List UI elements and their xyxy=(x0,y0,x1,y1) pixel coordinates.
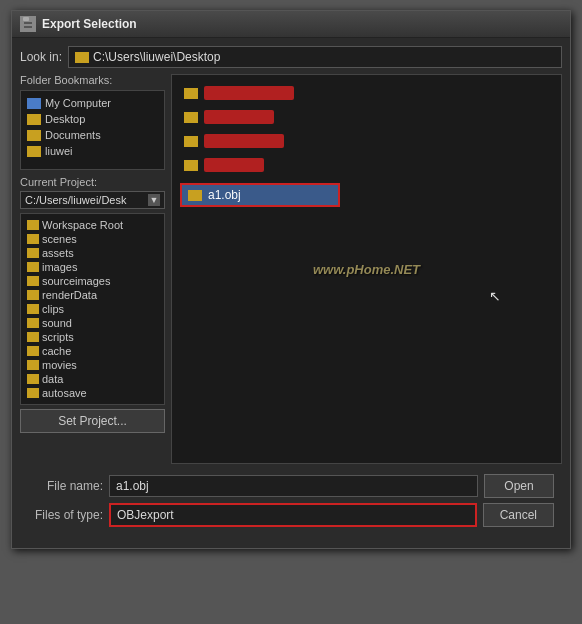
folder-icon xyxy=(27,234,39,244)
folder-icon xyxy=(27,290,39,300)
folder-icon xyxy=(27,346,39,356)
redacted-filename xyxy=(204,110,274,124)
file-area: a1.obj xyxy=(172,75,561,215)
current-project-value: C:/Users/liuwei/Desk xyxy=(25,194,148,206)
look-in-label: Look in: xyxy=(20,50,62,64)
folder-icon xyxy=(27,146,41,157)
bookmark-liuwei[interactable]: liuwei xyxy=(25,143,160,159)
file-item-4[interactable] xyxy=(180,155,553,175)
bottom-area: File name: Open Files of type: Cancel xyxy=(20,470,562,540)
tree-item-clips[interactable]: clips xyxy=(25,302,160,316)
mouse-cursor: ↖ xyxy=(489,288,501,304)
watermark: www.pHome.NET xyxy=(313,262,420,277)
bookmark-my-computer[interactable]: My Computer xyxy=(25,95,160,111)
bookmark-label: Documents xyxy=(45,129,101,141)
file-item-2[interactable] xyxy=(180,107,553,127)
tree-item-label: Workspace Root xyxy=(42,219,123,231)
file-name-input[interactable] xyxy=(109,475,478,497)
redacted-filename xyxy=(204,86,294,100)
left-panel: Folder Bookmarks: My Computer Desktop Do… xyxy=(20,74,165,464)
selected-file-item[interactable]: a1.obj xyxy=(180,183,340,207)
file-name-row: File name: Open xyxy=(28,474,554,498)
folder-icon xyxy=(184,160,198,171)
project-tree: Workspace Root scenes assets images xyxy=(20,213,165,405)
bookmark-documents[interactable]: Documents xyxy=(25,127,160,143)
bookmarks-label: Folder Bookmarks: xyxy=(20,74,165,86)
file-item-1[interactable] xyxy=(180,83,553,103)
folder-icon xyxy=(27,332,39,342)
file-type-input[interactable] xyxy=(109,503,477,527)
title-bar: Export Selection xyxy=(12,11,570,38)
look-in-row: Look in: C:\Users\liuwei\Desktop xyxy=(20,46,562,68)
tree-item-label: sourceimages xyxy=(42,275,110,287)
computer-icon xyxy=(27,98,41,109)
tree-item-sound[interactable]: sound xyxy=(25,316,160,330)
folder-icon xyxy=(184,112,198,123)
main-area: Folder Bookmarks: My Computer Desktop Do… xyxy=(20,74,562,464)
tree-item-label: scenes xyxy=(42,233,77,245)
tree-item-label: autosave xyxy=(42,387,87,399)
folder-icon xyxy=(27,220,39,230)
folder-icon xyxy=(27,388,39,398)
open-button[interactable]: Open xyxy=(484,474,554,498)
tree-item-scripts[interactable]: scripts xyxy=(25,330,160,344)
folder-icon xyxy=(27,114,41,125)
file-icon xyxy=(188,190,202,201)
svg-rect-2 xyxy=(24,22,32,24)
folder-icon xyxy=(27,304,39,314)
tree-item-label: images xyxy=(42,261,77,273)
redacted-filename xyxy=(204,158,264,172)
file-browser-panel: a1.obj www.pHome.NET ↖ xyxy=(171,74,562,464)
redacted-filename xyxy=(204,134,284,148)
current-project-label: Current Project: xyxy=(20,176,165,188)
export-selection-window: Export Selection Look in: C:\Users\liuwe… xyxy=(11,10,571,549)
tree-item-label: data xyxy=(42,373,63,385)
folder-icon xyxy=(184,88,198,99)
bookmarks-list: My Computer Desktop Documents liuwei xyxy=(20,90,165,170)
tree-item-workspace-root[interactable]: Workspace Root xyxy=(25,218,160,232)
tree-item-renderdata[interactable]: renderData xyxy=(25,288,160,302)
file-type-row: Files of type: Cancel xyxy=(28,503,554,527)
main-content: Look in: C:\Users\liuwei\Desktop Folder … xyxy=(12,38,570,548)
folder-icon xyxy=(27,374,39,384)
svg-rect-1 xyxy=(23,17,29,21)
folder-icon xyxy=(184,136,198,147)
tree-item-label: clips xyxy=(42,303,64,315)
folder-icon xyxy=(27,318,39,328)
folder-icon xyxy=(75,52,89,63)
tree-item-label: scripts xyxy=(42,331,74,343)
file-name-label: File name: xyxy=(28,479,103,493)
tree-item-cache[interactable]: cache xyxy=(25,344,160,358)
tree-item-sourceimages[interactable]: sourceimages xyxy=(25,274,160,288)
folder-icon xyxy=(27,130,41,141)
tree-item-label: cache xyxy=(42,345,71,357)
svg-rect-3 xyxy=(24,26,32,28)
tree-item-label: renderData xyxy=(42,289,97,301)
look-in-box[interactable]: C:\Users\liuwei\Desktop xyxy=(68,46,562,68)
folder-icon xyxy=(27,276,39,286)
bookmark-label: liuwei xyxy=(45,145,73,157)
dropdown-arrow[interactable]: ▼ xyxy=(148,194,160,206)
tree-item-label: movies xyxy=(42,359,77,371)
tree-item-assets[interactable]: assets xyxy=(25,246,160,260)
folder-icon xyxy=(27,360,39,370)
cancel-button[interactable]: Cancel xyxy=(483,503,554,527)
bookmark-label: My Computer xyxy=(45,97,111,109)
tree-item-images[interactable]: images xyxy=(25,260,160,274)
tree-item-autosave[interactable]: autosave xyxy=(25,386,160,400)
folder-icon xyxy=(27,248,39,258)
tree-item-movies[interactable]: movies xyxy=(25,358,160,372)
bookmark-desktop[interactable]: Desktop xyxy=(25,111,160,127)
file-item-3[interactable] xyxy=(180,131,553,151)
window-icon xyxy=(20,16,36,32)
tree-item-data[interactable]: data xyxy=(25,372,160,386)
folder-icon xyxy=(27,262,39,272)
set-project-button[interactable]: Set Project... xyxy=(20,409,165,433)
bookmark-label: Desktop xyxy=(45,113,85,125)
tree-item-label: sound xyxy=(42,317,72,329)
tree-item-scenes[interactable]: scenes xyxy=(25,232,160,246)
tree-item-label: assets xyxy=(42,247,74,259)
current-project-dropdown[interactable]: C:/Users/liuwei/Desk ▼ xyxy=(20,191,165,209)
look-in-path: C:\Users\liuwei\Desktop xyxy=(93,50,220,64)
window-title: Export Selection xyxy=(42,17,137,31)
